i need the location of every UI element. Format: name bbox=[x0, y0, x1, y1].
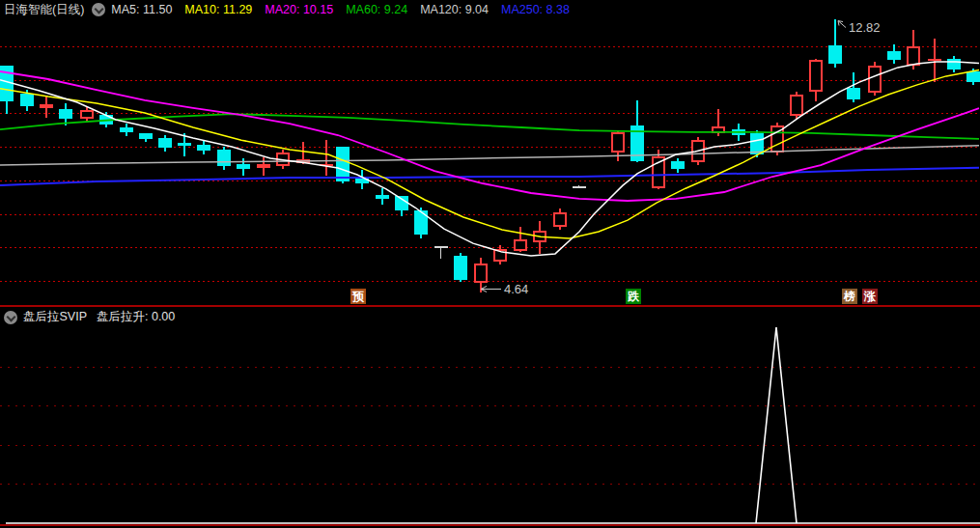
event-badge-跌[interactable]: 跌 bbox=[626, 289, 641, 304]
high-annotation-arrow bbox=[838, 21, 846, 28]
ma-line-ma120 bbox=[0, 146, 979, 165]
collapse-sub-panel-icon[interactable] bbox=[4, 311, 17, 324]
window-bottom-border bbox=[0, 524, 980, 526]
event-badge-涨[interactable]: 涨 bbox=[862, 289, 878, 304]
ma-legend-item-ma10: MA10: 11.29 bbox=[184, 3, 252, 16]
sub-panel-header: 盘后拉SVIP 盘后拉升: 0.00 bbox=[4, 309, 175, 325]
ma-legend-item-ma60: MA60: 9.24 bbox=[346, 3, 407, 16]
collapse-main-chart-icon[interactable] bbox=[92, 3, 105, 16]
indicator-value-label: 盘后拉升: 0.00 bbox=[97, 309, 175, 325]
event-badge-预[interactable]: 预 bbox=[350, 289, 366, 304]
ma-legend-item-ma20: MA20: 10.15 bbox=[265, 3, 333, 16]
ma-lines-svg: 12.824.64 bbox=[0, 0, 980, 307]
low-annotation-label: 4.64 bbox=[504, 282, 528, 296]
ma-legend-item-ma5: MA5: 11.50 bbox=[111, 3, 172, 16]
ma-line-ma10 bbox=[0, 70, 979, 238]
ma-legend-item-ma250: MA250: 8.38 bbox=[501, 3, 570, 16]
low-annotation-arrow bbox=[481, 286, 501, 292]
panel-divider[interactable] bbox=[0, 305, 980, 307]
chevron-down-icon bbox=[7, 312, 16, 321]
ma-line-ma250 bbox=[0, 168, 979, 185]
ma-legend: MA5: 11.50MA10: 11.29MA20: 10.15MA60: 9.… bbox=[111, 3, 570, 16]
sub-indicator-svg[interactable] bbox=[0, 307, 980, 528]
stock-title: 日海智能(日线) bbox=[4, 2, 84, 18]
chevron-down-icon bbox=[95, 5, 104, 14]
indicator-name: 盘后拉SVIP bbox=[23, 309, 87, 325]
event-badge-榜[interactable]: 榜 bbox=[842, 289, 857, 304]
indicator-spike bbox=[756, 327, 797, 523]
stock-chart-window: 日海智能(日线) MA5: 11.50MA10: 11.29MA20: 10.1… bbox=[0, 0, 980, 528]
main-chart-header: 日海智能(日线) MA5: 11.50MA10: 11.29MA20: 10.1… bbox=[0, 0, 980, 19]
ma-legend-item-ma120: MA120: 9.04 bbox=[420, 3, 489, 16]
high-annotation-label: 12.82 bbox=[849, 20, 881, 35]
